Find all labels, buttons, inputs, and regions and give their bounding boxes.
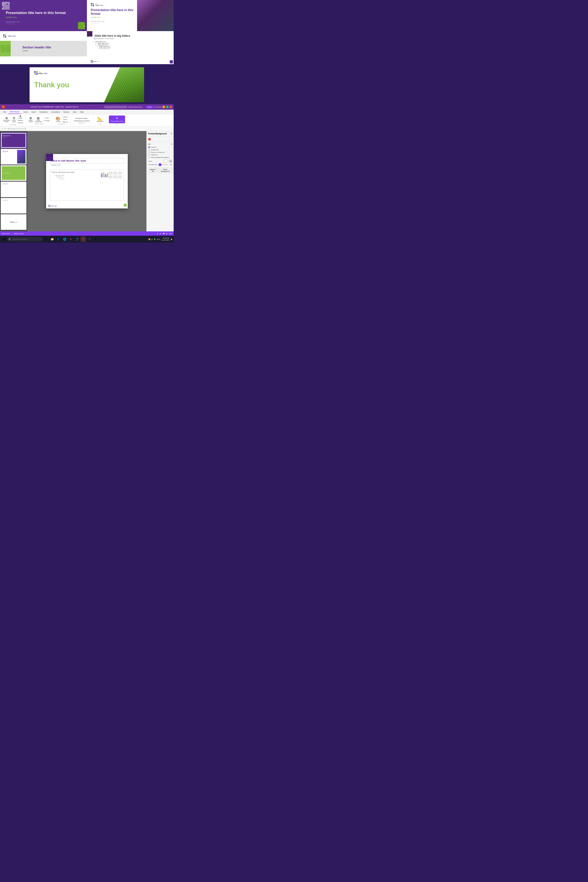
slide-preview-3[interactable]: Office Talk Section header title Subtitl…	[0, 31, 87, 64]
gradient-fill-option[interactable]: Gradient fill	[148, 149, 172, 151]
title-search-input[interactable]	[104, 106, 128, 108]
slide-size-btn[interactable]: 📐 Slide Size ▾	[95, 116, 105, 123]
picture-fill-radio[interactable]	[148, 151, 150, 153]
gradient-fill-radio[interactable]	[148, 149, 150, 151]
start-button[interactable]: ⊞	[1, 237, 7, 242]
tab-view[interactable]: View	[71, 110, 78, 114]
footers-btn[interactable]: ☑ Footers	[43, 120, 50, 122]
slide3-puzzle-accent	[0, 41, 11, 56]
solid-fill-radio[interactable]	[148, 146, 150, 148]
hide-background-btn[interactable]: Hide Background Graphics	[73, 120, 92, 122]
color-swatch[interactable]	[164, 160, 168, 162]
slide4-title: Slide title here in big letters	[95, 34, 170, 38]
slide-preview-4[interactable]: Slide title here in big letters Subtitle…	[87, 31, 174, 64]
solid-fill-option[interactable]: Solid fill	[148, 146, 172, 148]
teams-icon[interactable]: T	[87, 237, 92, 242]
canvas-level-5: – Fifth level	[59, 179, 122, 180]
slide-preview-2[interactable]: PPT Office Talk Presentation title here …	[87, 0, 174, 31]
reset-background-button[interactable]: Reset Background	[158, 168, 172, 173]
slide-thumb-5[interactable]: • Bullet list slide	[1, 198, 27, 213]
svg-rect-5	[124, 204, 127, 207]
tab-file[interactable]: File	[2, 110, 8, 114]
fill-section-toggle[interactable]: Fill ▾	[148, 143, 172, 145]
title-bar: P OFFICE TALK POWERPOINT TEMPLATE - Save…	[0, 104, 174, 110]
close-master-view-button[interactable]: ✕ Close Master View	[109, 116, 125, 123]
slide3-bottom	[0, 56, 87, 64]
picture-fill-option[interactable]: Picture or texture fill	[148, 151, 172, 153]
themes-btn[interactable]: 🎨 Themes	[54, 116, 62, 123]
windows-logo: ⊞	[3, 237, 5, 241]
tab-slide-master[interactable]: Slide Master	[8, 110, 21, 114]
title-btn[interactable]: ☑ Title	[43, 117, 50, 119]
main-slide-canvas[interactable]: Click to edit Master title style Subtitl…	[46, 154, 128, 208]
transparency-slider[interactable]	[159, 164, 168, 165]
view-normal-icon[interactable]: ⊟	[157, 233, 158, 234]
bullet-5: Bullet style level 5	[99, 47, 170, 49]
share-button[interactable]: Share	[146, 106, 153, 108]
acrobat-icon[interactable]: A	[68, 237, 74, 242]
slide-bg-graphics-radio[interactable]	[148, 156, 150, 158]
notification-icon[interactable]: 🔔	[171, 238, 172, 240]
preserve-btn[interactable]: Preserve	[17, 122, 24, 124]
colors-btn[interactable]: Colors ▾	[62, 116, 69, 118]
insert-placeholder-btn[interactable]: ▤ InsertPlaceholder	[34, 116, 43, 123]
tab-review[interactable]: Review	[62, 110, 71, 114]
ty-building-image	[104, 67, 144, 102]
thank-you-slide[interactable]: PPT Office Talk Thank you	[30, 67, 144, 102]
slide-thumb-6[interactable]: Thank you	[1, 214, 27, 230]
tab-insert[interactable]: Insert	[30, 110, 38, 114]
effects-btn[interactable]: Effects ▾	[62, 121, 69, 123]
minimize-button[interactable]: −	[162, 106, 165, 108]
taskbar-search-input[interactable]	[8, 237, 42, 242]
view-slideshow-icon[interactable]: ▶	[166, 233, 167, 234]
pattern-fill-option[interactable]: Pattern fill	[148, 154, 172, 156]
status-bar: Slide Master | English (India) ⊟ ⊞ 📖 ▶ 5…	[0, 231, 174, 236]
settings-icon[interactable]: ⚙	[93, 237, 98, 242]
mpc-icon[interactable]: 🎵	[74, 237, 80, 242]
insert-layout-btn[interactable]: ⊟ InsertLayout	[11, 116, 17, 123]
fonts-btn[interactable]: Fonts ▾	[62, 118, 69, 120]
bullet-3: Bullet style level 3	[98, 44, 170, 45]
canvas-title-area[interactable]: Click to edit Master title style Subtitl…	[50, 158, 124, 166]
ribbon-tabs: File Slide Master Home Insert Transition…	[0, 110, 174, 114]
view-sorter-icon[interactable]: ⊞	[160, 233, 161, 234]
powerpoint-taskbar-icon[interactable]: P	[81, 237, 86, 242]
thank-you-text: Thank you	[34, 81, 69, 89]
slide-thumb-4[interactable]: Section header	[1, 182, 27, 197]
tab-animations[interactable]: Animations	[50, 110, 62, 114]
pattern-fill-radio[interactable]	[148, 154, 150, 156]
slide-thumb-1[interactable]: Presentation title Subtitle here 1	[1, 133, 27, 148]
file-explorer-icon[interactable]: 📁	[50, 237, 55, 242]
tab-help[interactable]: Help	[78, 110, 85, 114]
format-panel-close-button[interactable]: ×	[171, 132, 172, 135]
comments-button[interactable]: Comments	[154, 106, 162, 108]
slide-preview-1[interactable]: Presentation title here in this format S…	[0, 0, 87, 31]
puzzle-icon-tl	[2, 2, 10, 10]
slide-thumb-2[interactable]: Click to edit Master title	[1, 149, 27, 165]
tab-transitions[interactable]: Transitions	[38, 110, 50, 114]
main-area: Presentation title Subtitle here 1 Click…	[0, 131, 174, 231]
close-app-button[interactable]: ×	[170, 106, 172, 108]
ribbon-toolbar: ⊞ Insert SlideMaster ⊟ InsertLayout 🗑 De…	[0, 114, 174, 126]
insert-slide-master-btn[interactable]: ⊞ Insert SlideMaster	[2, 116, 11, 123]
chrome-icon[interactable]: 🌐	[62, 237, 67, 242]
rename-btn[interactable]: Rename	[17, 119, 24, 122]
canvas-subtitle-text[interactable]: Subtitle here	[50, 164, 124, 166]
apply-to-all-button[interactable]: Apply to All	[148, 168, 158, 173]
language-status: English (India)	[14, 233, 24, 234]
slide-thumb-3[interactable]: Click to edit Master	[1, 165, 27, 181]
canvas-title-text[interactable]: Click to edit Master title style	[50, 158, 124, 164]
taskbar-time: 09:48 PM 11-02-2021	[161, 237, 170, 241]
color-picker-button[interactable]: ▾	[169, 160, 172, 162]
master-layout-btn[interactable]: ⊞ MasterLayout	[28, 116, 33, 123]
delete-btn[interactable]: 🗑 Delete	[17, 115, 24, 119]
maximize-button[interactable]: □	[166, 106, 169, 108]
format-toolbar: ↩ ↪ ✂ ⊕ | A A B I U S ≡ ≡ ≡ | ¶	[0, 126, 174, 131]
background-styles-btn[interactable]: Background Styles ▾	[73, 117, 92, 119]
taskbar-right: 📶 🔊 🔋 ENG 09:48 PM 11-02-2021 🔔	[148, 237, 172, 241]
slide-bg-graphics-option[interactable]: Slide background graphics	[148, 156, 172, 158]
view-reading-icon[interactable]: 📖	[163, 233, 165, 234]
edge-icon[interactable]: e	[56, 237, 61, 242]
task-view-button[interactable]: ⊡	[43, 237, 49, 242]
tab-home[interactable]: Home	[22, 110, 30, 114]
